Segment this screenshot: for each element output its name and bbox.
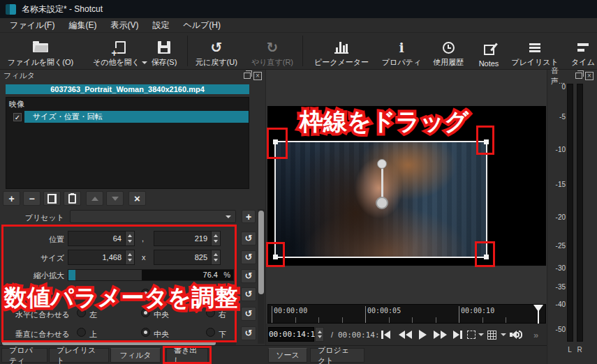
preset-label: プリセット <box>0 213 64 223</box>
resize-handle-bottom-right[interactable] <box>484 255 489 259</box>
valign-bottom-radio[interactable] <box>206 328 215 337</box>
reset-zoom-button[interactable] <box>241 269 256 283</box>
spin-down-icon[interactable] <box>128 240 132 243</box>
move-filter-down-button[interactable] <box>106 191 124 206</box>
spin-up-icon[interactable] <box>214 253 218 256</box>
peak-meter-button[interactable]: ピークメーター <box>306 35 377 68</box>
spin-up-icon[interactable] <box>128 253 132 256</box>
filter-name[interactable]: サイズ・位置・回転 <box>24 111 249 123</box>
halign-left-radio[interactable] <box>77 308 86 317</box>
toolbar-overflow-button[interactable] <box>533 328 538 341</box>
spin-up-icon[interactable] <box>128 234 132 237</box>
video-crop-rect[interactable] <box>274 141 487 258</box>
tab-source[interactable]: ソース <box>268 348 307 363</box>
close-panel-icon[interactable] <box>253 72 262 80</box>
zoom-fit-dropdown[interactable] <box>478 328 484 341</box>
menu-file[interactable]: ファイル(F) <box>3 20 61 31</box>
close-panel-icon[interactable] <box>585 72 594 80</box>
fast-forward-button[interactable] <box>434 328 447 341</box>
move-filter-up-button[interactable] <box>86 191 103 206</box>
valign-top-radio[interactable] <box>77 328 86 337</box>
reset-halign-button[interactable] <box>241 307 256 321</box>
covered-radio[interactable] <box>206 289 215 298</box>
spin-down-icon[interactable] <box>214 240 218 243</box>
grid-dropdown[interactable] <box>501 328 506 341</box>
reset-position-button[interactable] <box>241 232 256 245</box>
paste-filter-button[interactable] <box>64 191 81 206</box>
playlist-button[interactable]: プレイリスト <box>507 35 563 68</box>
rotation-handle-bottom[interactable] <box>376 197 388 209</box>
halign-right-label[interactable]: 右 <box>219 310 226 320</box>
tab-properties[interactable]: プロパティ <box>1 348 47 363</box>
spin-up-icon[interactable] <box>318 331 322 333</box>
spin-up-icon[interactable] <box>214 234 218 237</box>
halign-center-label[interactable]: 中央 <box>154 310 169 320</box>
size-height-spinbox[interactable]: 825 <box>154 250 221 265</box>
menu-settings[interactable]: 設定 <box>145 20 176 31</box>
redo-button[interactable]: やり直す(R) <box>246 35 299 68</box>
remove-filter-button[interactable] <box>23 191 40 206</box>
halign-center-radio[interactable] <box>141 308 150 317</box>
notes-button[interactable]: Notes <box>472 35 506 68</box>
deselect-filter-button[interactable] <box>128 191 146 206</box>
preset-combobox[interactable] <box>70 210 236 223</box>
undo-button[interactable]: 元に戻す(U) <box>190 35 243 68</box>
video-preview[interactable] <box>267 106 546 266</box>
filter-row[interactable]: ✓ サイズ・位置・回転 <box>6 111 249 123</box>
valign-bottom-label[interactable]: 下 <box>219 329 226 340</box>
halign-left-label[interactable]: 左 <box>89 310 97 320</box>
spin-down-icon[interactable] <box>318 335 322 338</box>
tab-playlist[interactable]: プレイリスト <box>49 348 109 363</box>
valign-center-radio[interactable] <box>141 328 150 337</box>
open-file-button[interactable]: ファイルを開く(O) <box>3 35 78 68</box>
timeline-button[interactable]: タイム <box>567 35 597 68</box>
copy-filter-button[interactable] <box>43 191 61 206</box>
skip-to-start-button[interactable] <box>381 328 390 341</box>
skip-to-end-button[interactable] <box>453 328 462 341</box>
spin-down-icon[interactable] <box>214 259 218 261</box>
position-x-spinbox[interactable]: 64 <box>68 231 135 246</box>
play-button[interactable] <box>419 328 427 341</box>
grid-button[interactable] <box>487 328 496 341</box>
save-button[interactable]: 保存(S) <box>144 35 184 68</box>
undo-icon <box>211 40 223 54</box>
reset-covered-button[interactable] <box>241 287 256 301</box>
spin-down-icon[interactable] <box>128 259 132 261</box>
covered-radio[interactable] <box>141 289 150 298</box>
tab-filters[interactable]: フィルタ <box>110 348 161 363</box>
resize-handle-top-right[interactable] <box>484 139 489 144</box>
current-time-field[interactable]: 00:00:14:14 <box>268 327 314 342</box>
tab-export[interactable]: 書き出し <box>166 348 208 363</box>
add-filter-button[interactable] <box>3 191 20 206</box>
filter-list[interactable]: 映像 ✓ サイズ・位置・回転 <box>6 97 249 189</box>
filter-checkbox[interactable]: ✓ <box>13 113 22 121</box>
float-panel-icon[interactable] <box>575 73 582 79</box>
reset-size-button[interactable] <box>241 250 256 264</box>
resize-handle-top-left[interactable] <box>273 139 278 144</box>
menu-help[interactable]: ヘルプ(H) <box>176 20 228 31</box>
player-ruler[interactable]: 00:00:00 00:00:05 00:00:10 <box>267 304 546 324</box>
rotation-handle-top[interactable] <box>377 159 387 169</box>
tab-project[interactable]: プロジェクト <box>310 348 364 363</box>
valign-top-label[interactable]: 上 <box>89 329 97 340</box>
size-width-spinbox[interactable]: 1,468 <box>68 250 135 265</box>
menu-view[interactable]: 表示(V) <box>103 20 145 31</box>
save-preset-button[interactable] <box>242 210 256 223</box>
meter-scale-0: 0 <box>549 83 566 91</box>
reset-valign-button[interactable] <box>241 326 256 340</box>
halign-right-radio[interactable] <box>206 308 215 317</box>
covered-radio[interactable] <box>77 289 86 298</box>
volume-button[interactable] <box>510 328 523 341</box>
resize-handle-bottom-left[interactable] <box>273 255 278 259</box>
zoom-fit-button[interactable] <box>467 328 476 341</box>
rewind-button[interactable] <box>399 328 412 341</box>
position-y-spinbox[interactable]: 219 <box>154 231 221 246</box>
zoom-slider[interactable]: 76.4 % <box>68 269 234 281</box>
time-spinner[interactable] <box>315 327 324 342</box>
menu-edit[interactable]: 編集(E) <box>61 20 103 31</box>
history-button[interactable]: 使用履歴 <box>427 35 469 68</box>
float-panel-icon[interactable] <box>244 73 251 79</box>
vertical-scrollbar[interactable] <box>258 209 265 344</box>
valign-center-label[interactable]: 中央 <box>154 329 169 340</box>
properties-button[interactable]: i プロパティ <box>378 35 425 68</box>
